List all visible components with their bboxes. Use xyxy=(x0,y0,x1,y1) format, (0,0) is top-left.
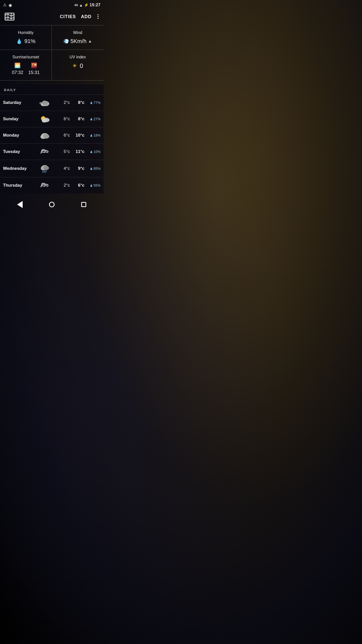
sunrise-sunset-cell: Sunrise/sunset 🌅 07:32 🌇 15:31 xyxy=(0,50,52,80)
back-button[interactable] xyxy=(15,199,25,210)
weather-icon xyxy=(33,148,57,156)
sunset-icon: 🌇 xyxy=(31,62,37,68)
uv-cell: UV index ☀ 0 xyxy=(52,50,104,80)
sunrise-icon: 🌅 xyxy=(14,62,21,68)
svg-point-18 xyxy=(43,166,49,170)
day-high: 8°c xyxy=(72,116,84,122)
rain-icon: 💧 xyxy=(90,167,93,170)
table-row: Tuesday 5°c 11°c 💧10% xyxy=(0,144,104,160)
uv-label: UV index xyxy=(56,55,100,59)
status-bar: ⚠ ◉ 4G ▲ ⚡ 15:27 xyxy=(0,0,104,9)
day-rain: 💧10% xyxy=(86,150,101,154)
daily-header: DAILY xyxy=(0,85,104,95)
weather-info-grid: Humidity 💧 91% Wind 💨 5Km/h ▲ Sunrise/su… xyxy=(0,25,104,80)
day-name: Monday xyxy=(3,133,31,138)
day-high: 10°c xyxy=(72,133,84,138)
more-menu-button[interactable] xyxy=(97,13,100,20)
uv-icon: ☀ xyxy=(72,63,77,69)
day-rain: 💧27% xyxy=(86,117,101,121)
status-right: 4G ▲ ⚡ 15:27 xyxy=(74,3,101,7)
svg-marker-3 xyxy=(5,13,8,20)
svg-point-12 xyxy=(42,118,47,123)
app-logo[interactable] xyxy=(4,11,15,22)
nav-actions: CITIES ADD xyxy=(60,13,100,20)
svg-point-7 xyxy=(42,101,48,105)
signal-icon: ▲ xyxy=(79,3,83,7)
rain-icon: 💧 xyxy=(90,134,93,137)
cities-button[interactable]: CITIES xyxy=(60,14,76,19)
day-low: 4°c xyxy=(59,166,70,171)
sunrise-sunset-row: 🌅 07:32 🌇 15:31 xyxy=(4,62,48,75)
day-high: 11°c xyxy=(72,149,84,154)
home-button[interactable] xyxy=(47,199,57,210)
svg-line-20 xyxy=(44,171,45,173)
table-row: Sunday 6°c 8°c 💧27% xyxy=(0,111,104,127)
dnd-icon: ◉ xyxy=(9,3,12,8)
wind-value: 💨 5Km/h ▲ xyxy=(56,38,100,45)
rain-icon: 💧 xyxy=(90,118,93,120)
wind-direction-icon: ▲ xyxy=(88,39,92,44)
svg-marker-4 xyxy=(11,13,14,20)
humidity-value: 💧 91% xyxy=(4,38,48,45)
humidity-number: 91% xyxy=(24,38,35,45)
day-high: 8°c xyxy=(72,100,84,105)
sunrise-time: 🌅 07:32 xyxy=(12,62,23,75)
day-low: 6°c xyxy=(59,133,70,138)
wind-icon: 💨 xyxy=(63,38,69,44)
day-rain: 💧55% xyxy=(86,183,101,187)
clock: 15:27 xyxy=(90,3,101,7)
day-name: Sunday xyxy=(3,116,31,122)
svg-point-15 xyxy=(43,134,49,139)
weather-icon xyxy=(33,115,57,123)
warning-icon: ⚠ xyxy=(3,3,7,7)
day-rain: 💧18% xyxy=(86,133,101,137)
table-row: Monday 6°c 10°c 💧18% xyxy=(0,127,104,144)
add-button[interactable]: ADD xyxy=(81,14,92,19)
svg-line-19 xyxy=(43,171,43,173)
humidity-cell: Humidity 💧 91% xyxy=(0,25,52,50)
wind-label: Wind xyxy=(56,30,100,35)
table-row: Saturday 2°c 8°c 💧77% xyxy=(0,95,104,111)
rain-icon: 💧 xyxy=(90,184,93,187)
daily-section: DAILY Saturday 2°c 8°c 💧77% Sunday xyxy=(0,85,104,193)
humidity-label: Humidity xyxy=(4,30,48,35)
day-low: 2°c xyxy=(59,100,70,105)
top-nav: CITIES ADD xyxy=(0,9,104,25)
table-row: Wednesday 4°c 9°c 💧85% xyxy=(0,160,104,177)
day-low: 6°c xyxy=(59,116,70,122)
wind-cell: Wind 💨 5Km/h ▲ xyxy=(52,25,104,50)
day-rain: 💧77% xyxy=(86,101,101,105)
table-row: Thursday 2°c 6°c 💧55% xyxy=(0,177,104,193)
day-name: Thursday xyxy=(3,183,31,188)
weather-icon xyxy=(33,164,57,173)
weather-icon xyxy=(33,99,57,107)
weather-icon xyxy=(33,181,57,189)
humidity-icon: 💧 xyxy=(16,38,22,44)
day-high: 6°c xyxy=(72,183,84,188)
svg-line-21 xyxy=(46,171,46,173)
battery-icon: ⚡ xyxy=(84,3,89,7)
uv-value: ☀ 0 xyxy=(56,62,100,69)
rain-icon: 💧 xyxy=(90,101,93,104)
day-low: 2°c xyxy=(59,183,70,188)
day-name: Saturday xyxy=(3,100,31,105)
bottom-nav xyxy=(0,195,104,214)
rain-icon: 💧 xyxy=(90,150,93,153)
day-high: 9°c xyxy=(72,166,84,171)
weather-icon xyxy=(33,131,57,139)
day-rain: 💧85% xyxy=(86,167,101,171)
sunset-time: 🌇 15:31 xyxy=(28,62,40,75)
sunrise-sunset-label: Sunrise/sunset xyxy=(4,55,48,59)
status-left: ⚠ ◉ xyxy=(3,3,12,8)
sunset-value: 15:31 xyxy=(28,70,40,75)
recents-button[interactable] xyxy=(79,199,89,210)
day-low: 5°c xyxy=(59,149,70,154)
sunrise-value: 07:32 xyxy=(12,70,23,75)
uv-number: 0 xyxy=(80,62,83,69)
network-type: 4G xyxy=(74,4,78,7)
wind-speed: 5Km/h xyxy=(70,38,86,45)
day-name: Wednesday xyxy=(3,166,31,171)
day-name: Tuesday xyxy=(3,149,31,154)
